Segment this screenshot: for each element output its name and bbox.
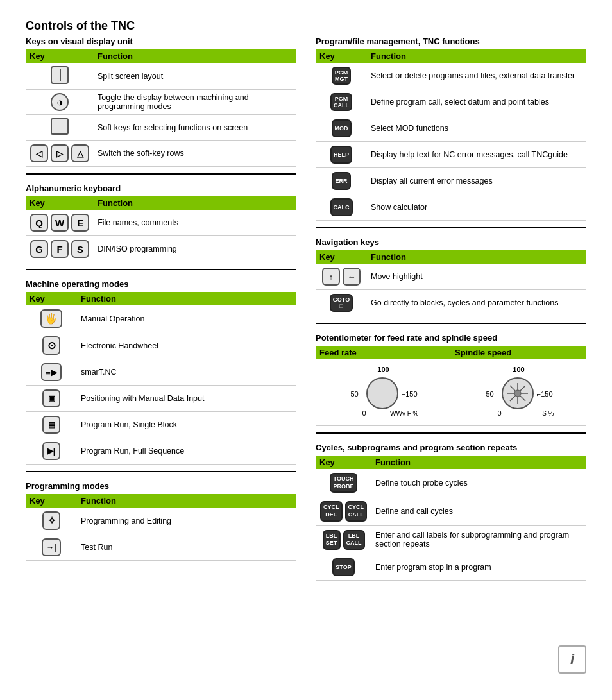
qwe-key-group: Q W E [30, 213, 90, 232]
function-smartnc: smarT.NC [77, 359, 296, 386]
spindle-dial-left: 50 [486, 390, 494, 398]
key-cell-toggle: ◑ [26, 90, 94, 115]
manual-op-icon[interactable]: 🖐 [40, 309, 62, 328]
key-cell-manual-op: 🖐 [26, 305, 77, 332]
function-touch-probe: Define touch probe cycles [371, 469, 586, 497]
pos-mdi-icon[interactable]: ▣ [42, 389, 60, 407]
key-cell-touch-probe: TOUCHPROBE [316, 469, 371, 497]
f-key[interactable]: F [51, 240, 69, 258]
feed-dial-unit: WWv F % [390, 410, 418, 417]
col-header-function: Function [367, 49, 586, 63]
test-run-icon[interactable]: →| [42, 538, 60, 556]
table-programming-modes: Key Function ✧ Programming and Editing →… [26, 494, 296, 561]
arrow-right-btn[interactable]: ▷ [51, 144, 69, 162]
col-header-function: Function [77, 292, 296, 305]
col-header-function: Function [77, 494, 296, 508]
svg-point-4 [514, 390, 521, 397]
table-row: ▤ Program Run, Single Block [26, 412, 296, 438]
table-row: ≡▶ smarT.NC [26, 359, 296, 386]
table-row: ▶| Program Run, Full Sequence [26, 438, 296, 465]
calc-key[interactable]: CALC [330, 198, 353, 216]
mod-key[interactable]: MOD [332, 119, 352, 137]
function-toggle: Toggle the display between machining and… [94, 90, 296, 115]
cycl-def-key[interactable]: CYCLDEF [320, 501, 343, 521]
e-key[interactable]: E [71, 214, 89, 232]
table-row: ✧ Programming and Editing [26, 508, 296, 534]
function-softkey-rows: Switch the soft-key rows [94, 141, 296, 167]
function-electronic-hw: Electronic Handwheel [77, 332, 296, 359]
prog-edit-icon[interactable]: ✧ [42, 511, 60, 530]
table-row: →| Test Run [26, 534, 296, 561]
col-header-key: Key [316, 250, 367, 264]
key-cell-pgm-call: PGMCALL [316, 89, 367, 115]
touch-probe-key[interactable]: TOUCHPROBE [330, 473, 357, 493]
stop-key[interactable]: STOP [332, 558, 354, 576]
prog-single-icon[interactable]: ▤ [42, 416, 60, 434]
electronic-hw-icon[interactable]: ⊙ [42, 336, 60, 355]
section-title-alphanumeric: Alphanumeric keyboard [26, 184, 296, 193]
key-cell-cycl: CYCLDEF CYCLCALL [316, 497, 371, 525]
feed-dial-circle [366, 377, 398, 409]
section-title-program-file: Program/file management, TNC functions [316, 37, 586, 46]
table-row: ERR Display all current error messages [316, 168, 586, 194]
col-header-key: Key [26, 494, 77, 508]
feed-dial-left: 50 [351, 390, 359, 398]
col-header-function: Function [371, 456, 586, 469]
g-key[interactable]: G [30, 240, 48, 258]
function-test-run: Test Run [77, 534, 296, 561]
divider-navigation [316, 227, 586, 228]
smartnc-icon[interactable]: ≡▶ [41, 363, 62, 381]
key-cell-err: ERR [316, 168, 367, 194]
col-header-feed: Feed rate [316, 346, 451, 359]
nav-up-btn[interactable]: ↑ [322, 268, 340, 286]
section-title-potentiometer: Potentiometer for feed rate and spindle … [316, 333, 586, 343]
goto-key[interactable]: GOTO□ [330, 294, 353, 312]
table-row: G F S DIN/ISO programming [26, 236, 296, 262]
err-key[interactable]: ERR [332, 172, 350, 190]
table-cycles: Key Function TOUCHPROBE Define touch pro… [316, 456, 586, 581]
section-title-programming: Programming modes [26, 481, 296, 491]
section-title-navigation: Navigation keys [316, 237, 586, 247]
pgm-call-key[interactable]: PGMCALL [330, 93, 352, 111]
info-icon: i [570, 651, 574, 668]
pgm-mgt-key[interactable]: PGMMGT [332, 67, 352, 85]
key-cell-prog-full: ▶| [26, 438, 77, 465]
table-row: ▣ Positioning with Manual Data Input [26, 386, 296, 412]
lbl-set-key[interactable]: LBLSET [323, 530, 341, 550]
q-key[interactable]: Q [30, 214, 48, 232]
lbl-call-key[interactable]: LBLCALL [343, 530, 365, 550]
spindle-dial-circle [502, 377, 534, 409]
nav-back-btn[interactable]: ← [343, 268, 361, 286]
s-key[interactable]: S [71, 240, 89, 258]
page-title: Controls of the TNC [26, 19, 586, 33]
divider-alphanumeric [26, 173, 296, 175]
section-title-machine: Machine operating modes [26, 279, 296, 289]
table-navigation: Key Function ↑ ← Move highlight [316, 250, 586, 316]
key-cell-softkey-rows: ◁ ▷ △ [26, 141, 94, 167]
table-row: CYCLDEF CYCLCALL Define and call cycles [316, 497, 586, 525]
w-key[interactable]: W [51, 214, 69, 232]
function-err: Display all current error messages [367, 168, 586, 194]
function-help: Display help text for NC error messages,… [367, 142, 586, 168]
feed-dial-bottom: 0 [362, 409, 366, 417]
table-row: HELP Display help text for NC error mess… [316, 142, 586, 168]
spindle-dial-bottom: 0 [498, 409, 502, 417]
key-cell-lbl: LBLSET LBLCALL [316, 525, 371, 554]
table-row: ⊙ Electronic Handwheel [26, 332, 296, 359]
arrow-left-btn[interactable]: ◁ [30, 144, 48, 162]
table-row: 🖐 Manual Operation [26, 305, 296, 332]
key-cell-gfs: G F S [26, 236, 94, 262]
table-row: Split screen layout [26, 63, 296, 90]
cycl-call-key[interactable]: CYCLCALL [345, 501, 368, 521]
prog-full-icon[interactable]: ▶| [42, 442, 60, 460]
arrow-up-btn[interactable]: △ [71, 144, 89, 162]
spindle-dial-unit: S % [542, 410, 554, 417]
feed-dial-right: ⌐150 [402, 390, 418, 398]
divider-cycles [316, 432, 586, 434]
table-alphanumeric: Key Function Q W E File names, c [26, 196, 296, 262]
table-row: CALC Show calculator [316, 194, 586, 221]
function-prog-edit: Programming and Editing [77, 508, 296, 534]
col-header-function: Function [94, 196, 296, 210]
col-header-key: Key [26, 196, 94, 210]
help-key[interactable]: HELP [330, 146, 352, 164]
